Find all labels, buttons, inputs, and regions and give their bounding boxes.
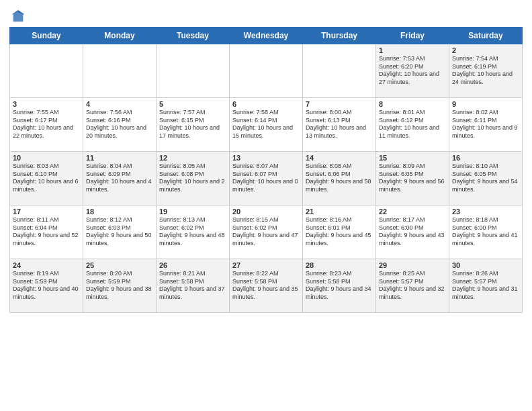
day-number: 18 (86, 208, 153, 216)
calendar-cell: 9Sunrise: 8:02 AMSunset: 6:11 PMDaylight… (449, 98, 523, 152)
cell-info: Daylight: 9 hours and 34 minutes. (306, 285, 373, 301)
calendar-cell: 19Sunrise: 8:13 AMSunset: 6:02 PMDayligh… (157, 205, 230, 259)
cell-info: Sunset: 5:58 PM (159, 278, 226, 286)
calendar-cell: 11Sunrise: 8:04 AMSunset: 6:09 PMDayligh… (83, 152, 157, 205)
day-number: 23 (452, 208, 519, 216)
calendar-cell (10, 44, 83, 98)
calendar-table: SundayMondayTuesdayWednesdayThursdayFrid… (9, 27, 523, 313)
cell-info: Sunset: 6:10 PM (13, 171, 80, 179)
logo (9, 9, 26, 24)
cell-info: Sunset: 5:59 PM (13, 278, 80, 286)
calendar-week-row: 17Sunrise: 8:11 AMSunset: 6:04 PMDayligh… (10, 205, 523, 259)
cell-info: Sunset: 6:05 PM (452, 171, 519, 179)
cell-info: Daylight: 9 hours and 37 minutes. (159, 285, 226, 301)
cell-info: Sunset: 5:59 PM (86, 278, 153, 286)
day-number: 21 (306, 208, 373, 216)
cell-info: Sunset: 6:20 PM (379, 63, 446, 71)
day-number: 27 (232, 261, 300, 269)
day-number: 13 (232, 154, 300, 162)
cell-info: Sunset: 6:00 PM (452, 224, 519, 232)
cell-info: Sunset: 6:11 PM (452, 117, 519, 125)
cell-info: Daylight: 9 hours and 32 minutes. (379, 285, 446, 301)
calendar-cell (83, 44, 157, 98)
cell-info: Daylight: 10 hours and 22 minutes. (13, 124, 80, 140)
cell-info: Sunrise: 8:12 AM (86, 216, 153, 224)
cell-info: Sunrise: 8:16 AM (306, 216, 373, 224)
day-number: 19 (159, 208, 226, 216)
page-container: SundayMondayTuesdayWednesdayThursdayFrid… (0, 0, 532, 320)
day-number: 25 (86, 261, 153, 269)
day-number: 2 (452, 46, 519, 54)
cell-info: Daylight: 9 hours and 54 minutes. (452, 178, 519, 193)
cell-info: Daylight: 9 hours and 35 minutes. (232, 285, 300, 301)
day-number: 30 (452, 261, 519, 269)
cell-info: Sunset: 6:01 PM (306, 224, 373, 232)
cell-info: Sunrise: 8:26 AM (452, 270, 519, 278)
cell-info: Daylight: 10 hours and 11 minutes. (379, 124, 446, 140)
cell-info: Sunrise: 8:13 AM (159, 216, 226, 224)
calendar-cell: 1Sunrise: 7:53 AMSunset: 6:20 PMDaylight… (376, 44, 449, 98)
day-number: 5 (159, 100, 226, 108)
calendar-cell: 20Sunrise: 8:15 AMSunset: 6:02 PMDayligh… (230, 205, 303, 259)
calendar-cell (230, 44, 303, 98)
calendar-cell: 21Sunrise: 8:16 AMSunset: 6:01 PMDayligh… (303, 205, 376, 259)
cell-info: Sunset: 6:12 PM (379, 117, 446, 125)
cell-info: Daylight: 10 hours and 9 minutes. (452, 124, 519, 140)
calendar-cell (303, 44, 376, 98)
day-header: Saturday (449, 28, 523, 44)
cell-info: Sunrise: 8:10 AM (452, 163, 519, 171)
day-number: 26 (159, 261, 226, 269)
calendar-cell: 28Sunrise: 8:23 AMSunset: 5:58 PMDayligh… (303, 259, 376, 313)
cell-info: Sunrise: 8:17 AM (379, 216, 446, 224)
cell-info: Daylight: 9 hours and 58 minutes. (306, 178, 373, 193)
cell-info: Sunset: 5:58 PM (306, 278, 373, 286)
cell-info: Sunrise: 8:09 AM (379, 163, 446, 171)
cell-info: Sunset: 6:05 PM (379, 171, 446, 179)
calendar-week-row: 24Sunrise: 8:19 AMSunset: 5:59 PMDayligh… (10, 259, 523, 313)
day-header: Wednesday (230, 28, 303, 44)
calendar-cell: 13Sunrise: 8:07 AMSunset: 6:07 PMDayligh… (230, 152, 303, 205)
cell-info: Sunrise: 8:22 AM (232, 270, 300, 278)
calendar-cell: 22Sunrise: 8:17 AMSunset: 6:00 PMDayligh… (376, 205, 449, 259)
cell-info: Sunset: 6:07 PM (232, 171, 300, 179)
calendar-cell: 2Sunrise: 7:54 AMSunset: 6:19 PMDaylight… (449, 44, 523, 98)
header (9, 7, 523, 24)
cell-info: Sunrise: 7:58 AM (232, 109, 300, 117)
day-number: 1 (379, 46, 446, 54)
day-number: 29 (379, 261, 446, 269)
day-number: 6 (232, 100, 300, 108)
cell-info: Sunset: 6:02 PM (159, 224, 226, 232)
calendar-cell: 7Sunrise: 8:00 AMSunset: 6:13 PMDaylight… (303, 98, 376, 152)
cell-info: Sunrise: 7:55 AM (13, 109, 80, 117)
day-header: Sunday (10, 28, 83, 44)
calendar-cell: 4Sunrise: 7:56 AMSunset: 6:16 PMDaylight… (83, 98, 157, 152)
cell-info: Daylight: 10 hours and 17 minutes. (159, 124, 226, 140)
cell-info: Sunrise: 7:56 AM (86, 109, 153, 117)
cell-info: Daylight: 9 hours and 31 minutes. (452, 285, 519, 301)
cell-info: Daylight: 9 hours and 52 minutes. (13, 232, 80, 247)
cell-info: Sunrise: 8:05 AM (159, 163, 226, 171)
day-number: 16 (452, 154, 519, 162)
calendar-cell: 10Sunrise: 8:03 AMSunset: 6:10 PMDayligh… (10, 152, 83, 205)
cell-info: Sunset: 5:57 PM (379, 278, 446, 286)
day-number: 8 (379, 100, 446, 108)
cell-info: Daylight: 9 hours and 40 minutes. (13, 285, 80, 301)
cell-info: Sunrise: 8:04 AM (86, 163, 153, 171)
calendar-body: 1Sunrise: 7:53 AMSunset: 6:20 PMDaylight… (10, 44, 523, 313)
cell-info: Sunrise: 8:08 AM (306, 163, 373, 171)
day-number: 4 (86, 100, 153, 108)
day-header: Monday (83, 28, 157, 44)
day-number: 20 (232, 208, 300, 216)
day-number: 28 (306, 261, 373, 269)
cell-info: Sunset: 5:57 PM (452, 278, 519, 286)
cell-info: Daylight: 10 hours and 0 minutes. (232, 178, 300, 193)
calendar-cell: 5Sunrise: 7:57 AMSunset: 6:15 PMDaylight… (157, 98, 230, 152)
cell-info: Daylight: 9 hours and 45 minutes. (306, 232, 373, 247)
cell-info: Sunset: 6:15 PM (159, 117, 226, 125)
cell-info: Daylight: 10 hours and 15 minutes. (232, 124, 300, 140)
calendar-cell: 14Sunrise: 8:08 AMSunset: 6:06 PMDayligh… (303, 152, 376, 205)
cell-info: Daylight: 10 hours and 4 minutes. (86, 178, 153, 193)
day-number: 14 (306, 154, 373, 162)
cell-info: Daylight: 9 hours and 47 minutes. (232, 232, 300, 247)
day-number: 7 (306, 100, 373, 108)
